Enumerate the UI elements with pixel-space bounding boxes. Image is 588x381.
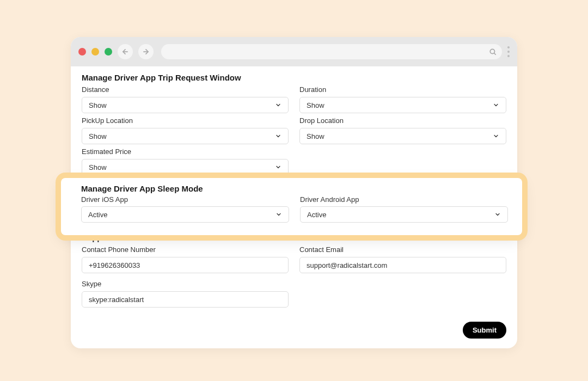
chevron-down-icon (275, 211, 282, 218)
select-value: Active (88, 211, 107, 219)
input-skype[interactable]: skype:radicalstart (82, 291, 289, 308)
label-skype: Skype (82, 280, 289, 288)
select-distance[interactable]: Show (82, 97, 289, 113)
submit-button[interactable]: Submit (463, 322, 506, 339)
back-button[interactable] (118, 44, 133, 59)
more-button[interactable] (507, 46, 510, 57)
select-price[interactable]: Show (82, 159, 289, 175)
label-distance: Distance (82, 85, 289, 94)
chevron-down-icon (275, 133, 281, 139)
search-icon (489, 48, 497, 56)
chevron-down-icon (493, 133, 499, 139)
browser-titlebar (71, 37, 517, 66)
label-price: Estimated Price (82, 148, 289, 156)
url-bar[interactable] (161, 44, 502, 59)
svg-line-3 (494, 53, 496, 55)
chevron-down-icon (275, 164, 281, 170)
select-value: Active (307, 211, 326, 219)
select-value: Show (89, 101, 107, 109)
label-duration: Duration (299, 85, 506, 94)
highlight-card-sleep-mode: Manage Driver App Sleep Mode Driver iOS … (61, 178, 522, 235)
select-android[interactable]: Active (300, 206, 508, 223)
arrow-left-icon (121, 48, 129, 56)
maximize-icon[interactable] (105, 48, 112, 56)
select-duration[interactable]: Show (299, 97, 506, 113)
section-title-sleep-mode: Manage Driver App Sleep Mode (81, 184, 508, 193)
label-pickup: PickUp Location (82, 116, 289, 125)
arrow-right-icon (142, 48, 150, 56)
select-ios[interactable]: Active (81, 206, 289, 223)
minimize-icon[interactable] (91, 48, 99, 56)
section-title-trip-request: Manage Driver App Trip Request Window (82, 73, 506, 82)
select-pickup[interactable]: Show (82, 128, 289, 144)
chevron-down-icon (493, 102, 499, 108)
select-value: Show (307, 101, 324, 109)
select-value: Show (307, 132, 324, 140)
label-phone: Contact Phone Number (82, 245, 289, 254)
label-ios: Driver iOS App (81, 195, 289, 204)
select-drop[interactable]: Show (299, 128, 506, 144)
traffic-lights (78, 48, 112, 56)
close-icon[interactable] (78, 48, 86, 56)
chevron-down-icon (275, 102, 281, 108)
input-value: +919626360033 (89, 261, 140, 269)
label-drop: Drop Location (299, 116, 506, 125)
chevron-down-icon (494, 211, 501, 218)
input-value: skype:radicalstart (89, 296, 144, 304)
label-android: Driver Android App (300, 195, 508, 204)
input-value: support@radicalstart.com (307, 261, 387, 269)
label-email: Contact Email (299, 245, 506, 254)
input-email[interactable]: support@radicalstart.com (299, 257, 506, 273)
select-value: Show (89, 132, 107, 140)
select-value: Show (89, 163, 107, 171)
input-phone[interactable]: +919626360033 (82, 257, 289, 273)
forward-button[interactable] (138, 44, 154, 59)
